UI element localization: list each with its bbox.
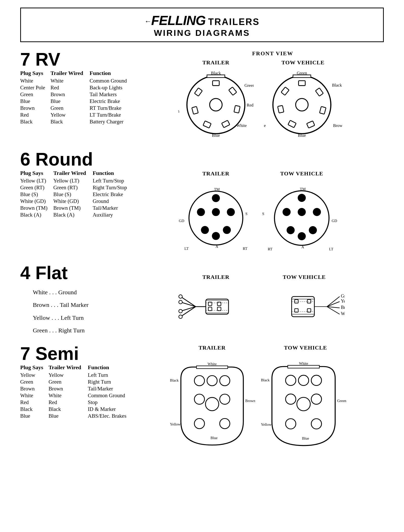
table-row: BlackBlackID & Marker [20,406,134,413]
svg-rect-64 [217,307,221,311]
svg-rect-5 [234,105,240,113]
col-trailer-wired: Trailer Wired [50,70,90,77]
table-row: WhiteWhiteCommon Ground [20,77,134,84]
col-plug-says: Plug Says [20,364,48,372]
svg-text:A: A [301,245,304,249]
svg-rect-21 [278,105,284,113]
table-row: BlueBlueElectric Brake [20,98,134,105]
7rv-towvehicle-diagram: TOW VEHICLE [264,59,342,143]
svg-rect-3 [213,81,219,86]
7semi-left: 7 Semi Plug Says Trailer Wired Function … [20,344,134,419]
svg-point-101 [194,394,205,404]
svg-rect-81 [307,300,311,303]
7semi-trailer-title: TRAILER [198,344,225,351]
col-plug-says: Plug Says [20,70,50,77]
svg-point-52 [298,232,306,240]
7rv-trailer-svg: Black Green Red White Blue Brown [178,67,254,143]
svg-point-39 [223,226,231,234]
wiring-diagrams-text: Wiring Diagrams [23,28,381,38]
svg-point-100 [220,376,230,386]
4flat-left: 4 Flat White . . . Ground Brown . . . Ta… [20,264,134,337]
6round-table: Plug Says Trailer Wired Function Yellow … [20,170,134,218]
svg-rect-110 [288,365,319,368]
svg-point-18 [296,98,308,111]
svg-text:Black: Black [211,71,221,75]
svg-line-68 [181,307,196,311]
table-row: GreenGreenRight Turn [20,379,134,385]
table-row: BlackBlackBattery Charger [20,118,134,125]
table-row: BrownBrownTail/Marker [20,385,134,392]
svg-line-67 [181,302,196,307]
table-row: Brown (TM)Brown (TM)Tail/Marker [20,205,134,211]
svg-line-89 [327,302,340,307]
svg-rect-79 [295,300,298,303]
svg-line-88 [327,297,340,307]
svg-text:TM: TM [300,187,306,191]
svg-point-73 [179,315,182,318]
svg-rect-61 [208,302,212,306]
7rv-towvehicle-svg: Green Black Red White Blue Brown [264,67,342,143]
svg-text:S: S [262,211,264,216]
svg-point-36 [227,208,235,216]
brand-name: ←FELLING [144,13,206,28]
svg-text:Green: Green [297,71,307,75]
svg-point-114 [311,375,322,385]
svg-point-104 [194,418,205,429]
svg-point-98 [194,376,205,386]
svg-text:Brown: Brown [178,109,180,114]
6round-diagrams: TRAILER TM GD [136,150,384,256]
4flat-wires: White . . . Ground Brown . . . Tail Mark… [33,286,134,337]
table-row: RedRedStop [20,399,134,406]
table-row: Blue (S)Blue (S)Electric Brake [20,191,134,198]
col-function: Function [93,170,134,177]
svg-point-70 [179,295,182,298]
4flat-trailer-svg [175,281,256,332]
svg-point-71 [179,300,182,304]
7semi-towvehicle-title: TOW VEHICLE [284,344,327,351]
svg-point-49 [298,208,306,216]
svg-point-37 [201,226,209,234]
table-row: GreenBrownTail Markers [20,91,134,98]
svg-text:RT: RT [243,247,247,251]
7rv-trailer-diagram: TRAILER [178,59,254,143]
wire-green: Green . . . Right Turn [33,324,134,337]
svg-text:White: White [264,123,266,128]
7rv-table: Plug Says Trailer Wired Function WhiteWh… [20,70,134,125]
7semi-towvehicle-svg: White Black Yellow Blue Green [260,352,351,458]
7rv-title: 7 RV [20,50,134,68]
svg-text:Red: Red [247,103,254,108]
svg-text:Yellow: Yellow [170,422,181,426]
svg-point-112 [286,375,296,385]
table-row: Green (RT)Green (RT)Right Turn/Stop [20,184,134,191]
svg-point-2 [210,98,222,111]
7rv-left: 7 RV Plug Says Trailer Wired Function Wh… [20,50,134,125]
svg-point-99 [207,376,217,386]
svg-point-118 [286,419,296,429]
col-plug-says: Plug Says [20,170,53,177]
7rv-trailer-title: TRAILER [202,59,229,66]
front-view-label: FRONT VIEW [252,50,293,57]
svg-text:GD: GD [332,219,337,223]
svg-rect-62 [208,307,212,311]
4flat-trailer-title: TRAILER [202,274,229,280]
7semi-table: Plug Says Trailer Wired Function YellowY… [20,364,134,419]
table-row: White (GD)White (GD)Ground [20,198,134,205]
svg-point-102 [206,397,219,411]
svg-text:White: White [208,362,217,366]
svg-point-117 [311,394,322,404]
svg-point-103 [220,394,230,404]
svg-text:Green: Green [244,83,254,88]
svg-point-115 [286,394,296,404]
7rv-towvehicle-title: TOW VEHICLE [282,59,325,66]
svg-point-72 [179,309,182,313]
6round-left: 6 Round Plug Says Trailer Wired Function… [20,150,134,218]
svg-point-35 [212,208,220,216]
svg-text:White: White [299,361,308,365]
header-line1: ←FELLING TRAILERS [23,13,381,28]
svg-point-113 [298,375,309,385]
table-row: Black (A)Black (A)Auxiliary [20,211,134,218]
7semi-diagrams: TRAILER White [136,344,384,458]
section-4flat: 4 Flat White . . . Ground Brown . . . Ta… [20,264,384,337]
wire-brown: Brown . . . Tail Marker [33,299,134,311]
table-row: YellowYellowLeft Turn [20,372,134,379]
